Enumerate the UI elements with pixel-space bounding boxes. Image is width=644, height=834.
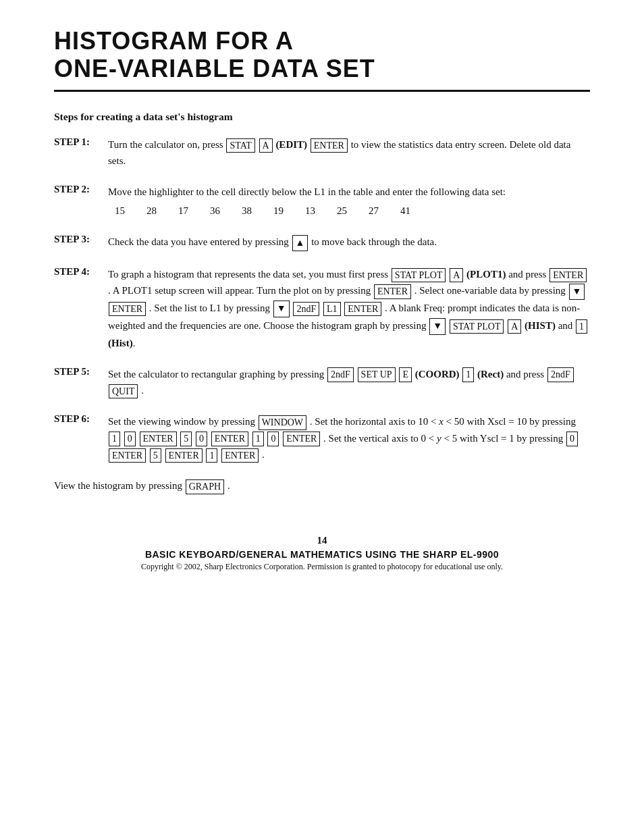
kbd-a3: A [508, 319, 521, 334]
data-val-8: 25 [337, 203, 347, 219]
kbd-enter-7: ENTER [211, 432, 248, 446]
steps-container: STEP 1: Turn the calculator on, press ST… [54, 136, 590, 463]
up-arrow-icon: ▲ [292, 235, 308, 251]
data-val-3: 17 [178, 203, 188, 219]
step-4: STEP 4: To graph a histogram that repres… [54, 266, 590, 351]
kbd-a2: A [450, 268, 463, 283]
kbd-2ndf: 2ndF [293, 302, 319, 317]
step-1-content: Turn the calculator on, press STAT A (ED… [108, 136, 590, 169]
footer: 14 Basic Keyboard/GENERAL MATHEMATICS US… [54, 535, 590, 572]
down-arrow-3-icon: ▼ [429, 318, 446, 334]
data-val-7: 13 [305, 203, 315, 219]
step-3-label: STEP 3: [54, 234, 108, 245]
plot1-label: (PLOT1) [466, 269, 506, 280]
kbd-stat: STAT [226, 138, 254, 153]
coord-label: (COORD) [415, 369, 460, 380]
data-val-5: 38 [242, 203, 252, 219]
kbd-graph: GRAPH [186, 479, 224, 494]
kbd-enter-11: ENTER [221, 448, 259, 463]
kbd-enter-3: ENTER [374, 284, 411, 299]
kbd-a: A [259, 138, 273, 153]
edit-label: (EDIT) [275, 139, 307, 150]
step-4-content: To graph a histogram that represents the… [108, 266, 590, 351]
step-3: STEP 3: Check the data you have entered … [54, 234, 590, 251]
rect-label: (Rect) [477, 369, 504, 380]
step-4-label: STEP 4: [54, 266, 108, 278]
title-line1: HISTOGRAM FOR A [54, 27, 590, 55]
view-line: View the histogram by pressing GRAPH . [54, 477, 590, 494]
kbd-0d: 0 [566, 432, 578, 446]
down-arrow-1-icon: ▼ [569, 284, 585, 300]
view-line-text: View the histogram by pressing [54, 480, 182, 491]
data-val-4: 36 [210, 203, 220, 219]
step-2: STEP 2: Move the highlighter to the cell… [54, 184, 590, 219]
kbd-quit: QUIT [109, 384, 138, 399]
hist-label: (HIST) [525, 320, 556, 331]
kbd-2ndf-3: 2ndF [547, 367, 574, 382]
step-3-content: Check the data you have entered by press… [108, 234, 590, 251]
kbd-enter-8: ENTER [283, 432, 320, 446]
title-line2: ONE-VARIABLE DATA SET [54, 55, 590, 82]
step-6: STEP 6: Set the viewing window by pressi… [54, 413, 590, 463]
kbd-statplot2: STAT PLOT [450, 319, 504, 334]
step-5-content: Set the calculator to rectangular graphi… [108, 366, 590, 399]
step-5-label: STEP 5: [54, 366, 108, 377]
kbd-1d: 1 [252, 432, 264, 446]
kbd-0b: 0 [196, 432, 207, 446]
footer-page: 14 [54, 535, 590, 546]
kbd-enter-10: ENTER [165, 448, 203, 463]
kbd-enter-9: ENTER [109, 448, 146, 463]
kbd-enter-5: ENTER [344, 302, 381, 317]
kbd-window: WINDOW [259, 415, 306, 430]
kbd-1c: 1 [109, 432, 120, 446]
kbd-enter-4: ENTER [109, 302, 146, 317]
data-val-6: 19 [273, 203, 284, 219]
data-row: 15 28 17 36 38 19 13 25 27 41 [115, 203, 590, 219]
footer-copyright: Copyright © 2002, Sharp Electronics Corp… [54, 562, 590, 572]
step-1: STEP 1: Turn the calculator on, press ST… [54, 136, 590, 169]
data-val-1: 15 [115, 203, 125, 219]
kbd-5a: 5 [180, 432, 192, 446]
down-arrow-2-icon: ▼ [273, 301, 290, 317]
kbd-5b: 5 [150, 448, 161, 463]
footer-title: Basic Keyboard/GENERAL MATHEMATICS USING… [54, 549, 590, 560]
kbd-1: 1 [576, 319, 587, 334]
data-val-10: 41 [400, 203, 410, 219]
kbd-e: E [399, 367, 412, 382]
kbd-enter-1: ENTER [311, 138, 348, 153]
step-2-content: Move the highlighter to the cell directl… [108, 184, 590, 219]
title-section: HISTOGRAM FOR A ONE-VARIABLE DATA SET [54, 27, 590, 92]
step-6-label: STEP 6: [54, 413, 108, 425]
kbd-2ndf-2: 2ndF [327, 367, 354, 382]
step-6-content: Set the viewing window by pressing WINDO… [108, 413, 590, 463]
kbd-1e: 1 [206, 448, 217, 463]
step-2-label: STEP 2: [54, 184, 108, 195]
hist2-label: (Hist) [108, 338, 133, 348]
kbd-0a: 0 [124, 432, 136, 446]
kbd-enter-2: ENTER [549, 268, 587, 283]
kbd-0c: 0 [267, 432, 279, 446]
section-heading: Steps for creating a data set's histogra… [54, 111, 590, 123]
kbd-1b: 1 [462, 367, 474, 382]
step-5: STEP 5: Set the calculator to rectangula… [54, 366, 590, 399]
kbd-enter-6: ENTER [140, 432, 177, 446]
step-1-label: STEP 1: [54, 136, 108, 148]
data-val-9: 27 [369, 203, 379, 219]
kbd-statplot: STAT PLOT [392, 268, 446, 283]
kbd-l1: L1 [323, 302, 341, 317]
kbd-setup: SET UP [358, 367, 396, 382]
data-val-2: 28 [146, 203, 157, 219]
